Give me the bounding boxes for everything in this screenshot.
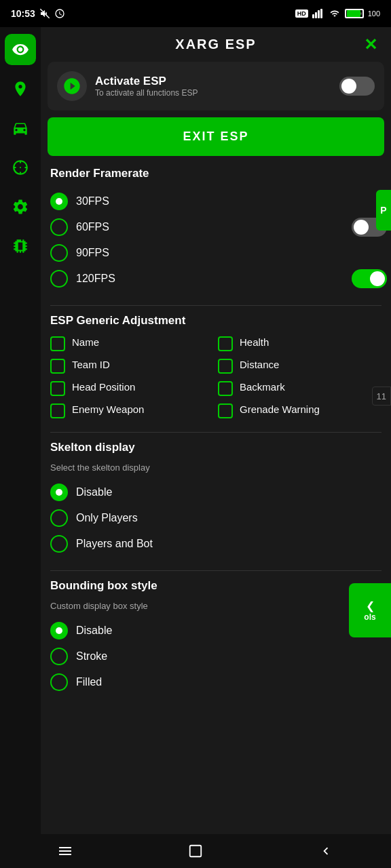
battery-level — [346, 10, 362, 17]
checkbox-backmark[interactable]: Backmark — [218, 380, 381, 396]
svg-rect-7 — [190, 846, 202, 857]
activate-esp-section: Activate ESP To activate all functions E… — [48, 62, 384, 111]
bbox-disable-radio[interactable] — [50, 622, 68, 639]
sidebar-item-chip[interactable] — [5, 231, 36, 262]
nav-home-button[interactable] — [175, 837, 216, 865]
partial-tools-label: ols — [364, 612, 375, 622]
partial-p-text: P — [380, 205, 386, 216]
nav-back-button[interactable] — [305, 837, 346, 865]
render-framerate-title: Render Framerate — [50, 167, 381, 180]
svg-rect-2 — [315, 12, 317, 18]
skelton-display-section: Skelton display Select the skelton displ… — [41, 441, 391, 568]
skelton-players-bot-option[interactable]: Players and Bot — [50, 531, 381, 557]
esp-generic-section: ESP Generic Adjustment Name Health Team … — [41, 314, 391, 429]
sidebar-item-crosshair[interactable] — [5, 152, 36, 183]
checkbox-name[interactable]: Name — [50, 336, 214, 351]
esp-generic-title: ESP Generic Adjustment — [50, 314, 381, 328]
checkbox-backmark-box[interactable] — [218, 381, 233, 396]
fps-60-radio[interactable] — [50, 218, 68, 236]
checkbox-head-position[interactable]: Head Position — [50, 380, 214, 396]
checkbox-grenade-label: Grenade Warning — [240, 403, 320, 416]
bounding-box-section: Bounding box style Custom display box st… — [41, 579, 391, 706]
checkbox-health-label: Health — [240, 336, 269, 349]
checkbox-name-label: Name — [72, 336, 99, 349]
checkbox-distance-label: Distance — [240, 358, 279, 372]
divider-1 — [50, 305, 381, 306]
sidebar — [0, 27, 41, 868]
skelton-players-radio[interactable] — [50, 509, 68, 527]
sidebar-item-eye[interactable] — [5, 34, 36, 65]
activate-esp-subtitle: To activate all functions ESP — [95, 88, 331, 98]
checkbox-teamid-box[interactable] — [50, 359, 65, 374]
checkbox-enemy-weapon[interactable]: Enemy Weapon — [50, 403, 214, 418]
skelton-disable-option[interactable]: Disable — [50, 479, 381, 505]
partial-num-text: 11 — [377, 391, 386, 401]
nav-menu-button[interactable] — [45, 837, 86, 865]
svg-rect-3 — [318, 10, 320, 18]
partial-chevron-left: ❮ — [366, 599, 375, 612]
checkbox-distance[interactable]: Distance — [218, 358, 381, 374]
skelton-players-bot-label: Players and Bot — [76, 538, 153, 550]
partial-tools-button[interactable]: ❮ ols — [349, 583, 391, 637]
sidebar-item-car[interactable] — [5, 113, 36, 144]
fps-120-option[interactable]: 120FPS — [50, 266, 381, 292]
fps-120-radio[interactable] — [50, 270, 68, 288]
checkbox-backmark-label: Backmark — [240, 380, 285, 394]
sidebar-item-location[interactable] — [5, 73, 36, 104]
bbox-disable-option[interactable]: Disable — [50, 618, 381, 644]
fps-90-option[interactable]: 90FPS — [50, 240, 381, 266]
svg-rect-4 — [320, 9, 322, 18]
esp-checkbox-grid: Name Health Team ID Distance Head Positi… — [50, 336, 381, 418]
checkbox-grenade-warning[interactable]: Grenade Warning — [218, 403, 381, 418]
skelton-players-bot-radio[interactable] — [50, 535, 68, 553]
partial-badge-num: 11 — [372, 387, 391, 406]
bbox-filled-label: Filled — [76, 676, 102, 688]
fps-30-option[interactable]: 30FPS — [50, 189, 381, 214]
skelton-players-option[interactable]: Only Players — [50, 505, 381, 531]
fps-60-row: 60FPS — [50, 214, 381, 240]
panel-title: XARG ESP — [175, 37, 256, 52]
checkbox-headpos-box[interactable] — [50, 381, 65, 396]
fps-30-label: 30FPS — [76, 195, 109, 208]
bbox-filled-radio[interactable] — [50, 673, 68, 691]
skelton-players-label: Only Players — [76, 512, 138, 524]
bbox-filled-option[interactable]: Filled — [50, 669, 381, 695]
skelton-display-title: Skelton display — [50, 441, 381, 454]
svg-rect-1 — [312, 14, 314, 18]
battery-text: 100 — [368, 9, 380, 18]
fps-30-radio[interactable] — [50, 193, 68, 210]
partial-badge-p[interactable]: P — [376, 190, 391, 231]
panel-header: XARG ESP ✕ — [41, 27, 391, 62]
checkbox-distance-box[interactable] — [218, 359, 233, 374]
divider-2 — [50, 432, 381, 433]
checkbox-headpos-label: Head Position — [72, 380, 135, 394]
esp-icon — [57, 71, 87, 101]
bbox-stroke-radio[interactable] — [50, 648, 68, 665]
skelton-display-subtitle: Select the skelton display — [50, 462, 381, 473]
checkbox-name-box[interactable] — [50, 336, 65, 351]
checkbox-teamid-label: Team ID — [72, 358, 110, 372]
checkbox-weapon-label: Enemy Weapon — [72, 403, 144, 416]
fps-90-radio[interactable] — [50, 244, 68, 262]
checkbox-team-id[interactable]: Team ID — [50, 358, 214, 374]
main-panel: XARG ESP ✕ Activate ESP To activate all … — [41, 27, 391, 868]
checkbox-grenade-box[interactable] — [218, 403, 233, 418]
activate-text: Activate ESP To activate all functions E… — [95, 75, 331, 98]
toggle-knob-60 — [354, 220, 369, 235]
skelton-disable-radio[interactable] — [50, 484, 68, 501]
bbox-stroke-option[interactable]: Stroke — [50, 644, 381, 669]
wifi-icon — [329, 9, 341, 18]
fps-120-toggle[interactable] — [352, 269, 387, 288]
bbox-stroke-label: Stroke — [76, 650, 107, 663]
checkbox-health-box[interactable] — [218, 336, 233, 351]
status-right: HD 100 — [295, 9, 380, 18]
divider-3 — [50, 570, 381, 571]
fps-60-option[interactable]: 60FPS — [50, 214, 381, 240]
activate-esp-toggle[interactable] — [339, 77, 375, 96]
checkbox-weapon-box[interactable] — [50, 403, 65, 418]
exit-esp-button[interactable]: EXIT ESP — [48, 117, 384, 156]
sidebar-item-settings[interactable] — [5, 191, 36, 222]
checkbox-health[interactable]: Health — [218, 336, 381, 351]
close-button[interactable]: ✕ — [364, 35, 377, 54]
toggle-knob — [341, 79, 356, 94]
